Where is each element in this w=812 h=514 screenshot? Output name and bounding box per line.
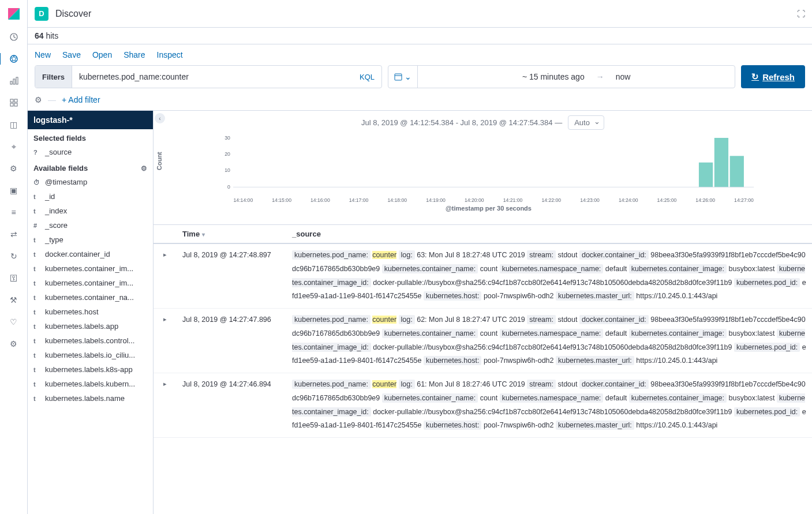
collapse-sidebar-icon[interactable]: ‹: [155, 113, 165, 123]
field-item[interactable]: ⏱@timestamp: [28, 175, 153, 189]
field-item[interactable]: t_type: [28, 232, 153, 247]
visualize-icon[interactable]: [8, 75, 20, 87]
kibana-logo[interactable]: [7, 7, 21, 21]
field-name: _source: [45, 148, 72, 156]
maps-icon[interactable]: ⌖: [8, 141, 20, 152]
field-item[interactable]: tkubernetes.host: [28, 305, 153, 319]
field-key: kubernetes.container_name:: [382, 264, 478, 273]
inspect-link[interactable]: Inspect: [157, 50, 183, 59]
field-key: kubernetes.pod_name:: [292, 380, 371, 389]
management-icon[interactable]: ⚙: [8, 338, 20, 350]
siem-icon[interactable]: ⚿: [8, 272, 20, 284]
histogram-chart[interactable]: 010203014:14:0014:15:0014:16:0014:17:001…: [188, 132, 789, 207]
field-key: kubernetes.namespace_name:: [500, 393, 604, 403]
discover-icon[interactable]: [0, 53, 27, 65]
actions-bar: New Save Open Share Inspect: [28, 44, 812, 62]
dashboard-icon[interactable]: [8, 97, 20, 108]
svg-rect-11: [395, 74, 402, 80]
field-key: docker.container_id:: [579, 315, 649, 324]
recent-icon[interactable]: [8, 31, 20, 43]
date-picker: ⌄ ~ 15 minutes ago → now: [388, 65, 735, 88]
ml-icon[interactable]: ⚙: [8, 163, 20, 174]
field-item[interactable]: tkubernetes.labels.app: [28, 319, 153, 333]
field-item[interactable]: t_index: [28, 204, 153, 218]
devtools-icon[interactable]: ⚒: [8, 294, 20, 306]
field-item[interactable]: t_id: [28, 189, 153, 204]
field-item[interactable]: tkubernetes.container_na...: [28, 290, 153, 305]
expand-row-icon[interactable]: ▸: [154, 313, 177, 368]
field-item[interactable]: tdocker.container_id: [28, 247, 153, 261]
canvas-icon[interactable]: ◫: [8, 119, 20, 130]
index-pattern-selector[interactable]: logstash-*: [28, 111, 153, 129]
field-key: kubernetes.master_url:: [556, 356, 634, 365]
field-item[interactable]: tkubernetes.container_im...: [28, 261, 153, 276]
svg-text:14:23:00: 14:23:00: [580, 197, 600, 203]
hits-label: hits: [46, 31, 58, 40]
field-name: kubernetes.container_im...: [45, 279, 133, 287]
expand-row-icon[interactable]: ▸: [154, 378, 177, 433]
monitoring-icon[interactable]: ♡: [8, 316, 20, 328]
field-item[interactable]: ?_source: [28, 145, 153, 159]
date-to[interactable]: now: [616, 72, 631, 81]
field-key: kubernetes.namespace_name:: [500, 264, 604, 273]
doc-table-header: Time ▾ _source: [154, 224, 812, 244]
share-link[interactable]: Share: [124, 50, 145, 59]
svg-text:14:22:00: 14:22:00: [541, 197, 561, 203]
refresh-button[interactable]: ↻ Refresh: [741, 65, 805, 88]
field-item[interactable]: tkubernetes.labels.kubern...: [28, 377, 153, 391]
apm-icon[interactable]: ⇄: [8, 228, 20, 240]
field-name: kubernetes.host: [45, 307, 99, 316]
chart-time-range: Jul 8, 2019 @ 14:12:54.384 - Jul 8, 2019…: [361, 118, 562, 127]
kql-toggle[interactable]: KQL: [353, 73, 381, 81]
field-key: docker.container_id:: [579, 250, 649, 260]
doc-source: kubernetes.pod_name: counter log: 62: Mo…: [292, 313, 812, 368]
field-type-icon: t: [33, 366, 40, 373]
open-link[interactable]: Open: [92, 50, 112, 59]
field-item[interactable]: tkubernetes.labels.k8s-app: [28, 362, 153, 377]
field-key: log:: [399, 250, 415, 260]
app-badge: D: [35, 7, 48, 21]
svg-text:14:27:00: 14:27:00: [734, 197, 754, 203]
field-item[interactable]: #_score: [28, 218, 153, 232]
field-key: kubernetes.host:: [424, 356, 481, 365]
field-item[interactable]: tkubernetes.labels.name: [28, 391, 153, 406]
date-from[interactable]: ~ 15 minutes ago: [522, 72, 585, 81]
field-item[interactable]: tkubernetes.container_im...: [28, 276, 153, 290]
field-key: kubernetes.pod_name:: [292, 250, 371, 260]
fullscreen-icon[interactable]: ⛶: [797, 9, 805, 18]
selected-fields-header: Selected fields: [28, 129, 153, 145]
field-item[interactable]: tkubernetes.labels.control...: [28, 333, 153, 348]
fields-settings-icon[interactable]: ⚙: [141, 164, 147, 172]
svg-text:14:18:00: 14:18:00: [387, 197, 407, 203]
field-type-icon: t: [33, 381, 40, 388]
filter-options-icon[interactable]: ⚙: [35, 95, 42, 104]
svg-text:0: 0: [227, 184, 230, 190]
logs-icon[interactable]: ≡: [8, 207, 20, 218]
refresh-label: Refresh: [762, 72, 795, 82]
add-filter-link[interactable]: + Add filter: [62, 95, 100, 104]
doc-source: kubernetes.pod_name: counter log: 61: Mo…: [292, 378, 812, 433]
field-type-icon: t: [33, 251, 40, 258]
expand-row-icon[interactable]: ▸: [154, 249, 177, 303]
doc-time: Jul 8, 2019 @ 14:27:48.897: [177, 249, 292, 303]
field-key: stream:: [527, 380, 556, 389]
svg-text:14:25:00: 14:25:00: [657, 197, 677, 203]
new-link[interactable]: New: [35, 50, 51, 59]
svg-rect-9: [10, 103, 13, 106]
query-input[interactable]: [72, 72, 353, 81]
doc-row: ▸ Jul 8, 2019 @ 14:27:46.894 kubernetes.…: [154, 373, 812, 438]
calendar-button[interactable]: ⌄: [388, 66, 418, 88]
hits-bar: 64 hits: [28, 28, 812, 44]
infra-icon[interactable]: ▣: [8, 185, 20, 196]
query-bar: Filters KQL: [35, 65, 382, 88]
field-name: kubernetes.container_na...: [45, 293, 134, 302]
field-key: kubernetes.pod_id:: [734, 278, 800, 287]
doc-row: ▸ Jul 8, 2019 @ 14:27:48.897 kubernetes.…: [154, 244, 812, 309]
svg-rect-33: [730, 156, 744, 187]
interval-select[interactable]: Auto: [568, 115, 604, 130]
svg-text:14:15:00: 14:15:00: [272, 197, 291, 203]
field-item[interactable]: tkubernetes.labels.io_ciliu...: [28, 348, 153, 362]
uptime-icon[interactable]: ↻: [8, 250, 20, 262]
save-link[interactable]: Save: [62, 50, 81, 59]
time-column-header[interactable]: Time ▾: [177, 230, 292, 238]
